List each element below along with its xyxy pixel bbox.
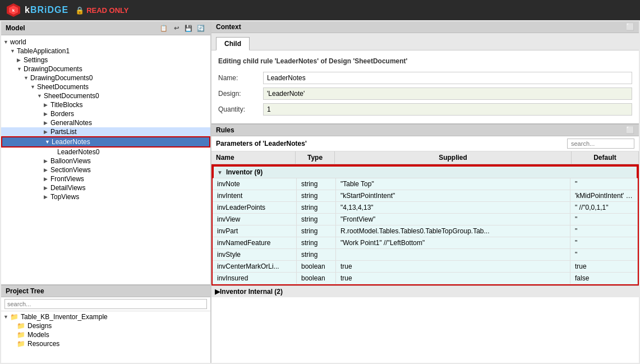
table-row[interactable]: invLeaderPoints string "4,13,4,13" " //"… bbox=[213, 202, 638, 214]
project-tree-models[interactable]: 📁 Models bbox=[1, 330, 210, 339]
right-panel: Context ⬜ Child Editing child rule 'Lead… bbox=[211, 21, 639, 363]
tree-arrow-drawingdocs0: ▼ bbox=[24, 75, 30, 81]
cell-default-invStyle: " bbox=[570, 249, 638, 260]
form-label-quantity: Quantity: bbox=[218, 105, 263, 113]
tab-child[interactable]: Child bbox=[216, 37, 250, 50]
cell-default-invNote: " bbox=[570, 178, 638, 190]
inventor-internal-group-label: Inventor Internal (2) bbox=[220, 288, 283, 296]
project-tree-root-label: Table_KB_Inventor_Example bbox=[21, 313, 108, 321]
project-tree-title: Project Tree bbox=[6, 287, 44, 295]
tree-item-world[interactable]: ▼ world bbox=[1, 38, 210, 47]
project-tree-models-label: Models bbox=[27, 331, 49, 339]
rules-body[interactable]: Parameters of 'LeaderNotes' Name Type Su… bbox=[211, 136, 639, 363]
tree-bullet-sectionviews: ▶ bbox=[44, 167, 50, 173]
cell-name-invLeaderPoints: invLeaderPoints bbox=[213, 202, 297, 213]
cell-name-invNamedFeature: invNamedFeature bbox=[213, 237, 297, 248]
inventor-internal-group-header[interactable]: ▶ Inventor Internal (2) bbox=[211, 285, 639, 297]
tree-item-sectionviews[interactable]: ▶ SectionViews bbox=[1, 165, 210, 174]
tree-item-detailviews[interactable]: ▶ DetailViews bbox=[1, 183, 210, 192]
table-row[interactable]: invNote string "Table Top" " bbox=[213, 178, 638, 190]
table-row[interactable]: invPart string R.rootModel.Tables.Tables… bbox=[213, 225, 638, 237]
tree-item-sheetdocs[interactable]: ▼ SheetDocuments bbox=[1, 82, 210, 91]
project-tree-resources[interactable]: 📁 Resources bbox=[1, 339, 210, 348]
cell-type-invPart: string bbox=[297, 225, 336, 237]
rules-search-input[interactable] bbox=[567, 139, 634, 149]
tree-item-sheetdocs0[interactable]: ▼ SheetDocuments0 bbox=[1, 91, 210, 100]
cell-default-invIntent: 'kMidPointIntent' // ... bbox=[570, 190, 638, 201]
cell-default-invNamedFeature: " bbox=[570, 237, 638, 248]
cell-type-invLeaderPoints: string bbox=[297, 202, 336, 213]
context-form: Editing child rule 'LeaderNotes' of Desi… bbox=[211, 50, 639, 123]
tree-item-balloonviews[interactable]: ▶ BalloonViews bbox=[1, 156, 210, 165]
table-row[interactable]: invInsured boolean true false bbox=[213, 273, 638, 284]
table-row[interactable]: invIntent string "kStartPointIntent" 'kM… bbox=[213, 190, 638, 202]
form-value-design: 'LeaderNote' bbox=[263, 87, 632, 100]
project-tree-panel: Project Tree ▼ 📁 Table_KB_Inventor_Examp… bbox=[1, 284, 210, 363]
tree-item-titleblocks[interactable]: ▶ TitleBlocks bbox=[1, 100, 210, 109]
table-row[interactable]: invStyle string " bbox=[213, 249, 638, 261]
tree-label-leadernotes0: LeaderNotes0 bbox=[57, 148, 99, 156]
model-icon-docs[interactable]: 📋 bbox=[159, 23, 169, 33]
form-row-name: Name: LeaderNotes bbox=[218, 72, 632, 84]
table-row[interactable]: invView string "FrontView" " bbox=[213, 214, 638, 225]
col-header-name: Name bbox=[211, 151, 296, 164]
context-expand-icon[interactable]: ⬜ bbox=[626, 23, 634, 31]
tree-arrow-drawingdocs: ▼ bbox=[17, 66, 24, 72]
project-tree-designs[interactable]: 📁 Designs bbox=[1, 321, 210, 330]
form-label-name: Name: bbox=[218, 74, 263, 82]
logo-icon: k bbox=[6, 2, 21, 18]
project-tree-list[interactable]: ▼ 📁 Table_KB_Inventor_Example 📁 Designs … bbox=[1, 311, 210, 363]
cell-default-invPart: " bbox=[570, 225, 638, 237]
tree-label-borders: Borders bbox=[50, 110, 74, 118]
tree-item-generalnotes[interactable]: ▶ GeneralNotes bbox=[1, 118, 210, 127]
cell-type-invCenterMarkOrLi: boolean bbox=[297, 261, 336, 272]
tree-item-frontviews[interactable]: ▶ FrontViews bbox=[1, 174, 210, 183]
tree-label-balloonviews: BalloonViews bbox=[50, 157, 91, 165]
project-search-input[interactable] bbox=[4, 299, 207, 309]
project-tree-root[interactable]: ▼ 📁 Table_KB_Inventor_Example bbox=[1, 312, 210, 321]
tree-item-partslists[interactable]: ▶ PartsList bbox=[1, 127, 210, 136]
table-row[interactable]: invCenterMarkOrLi... boolean true true bbox=[213, 261, 638, 273]
model-icon-undo[interactable]: ↩ bbox=[171, 23, 181, 33]
tree-label-topviews: TopViews bbox=[50, 193, 79, 201]
tree-item-topviews[interactable]: ▶ TopViews bbox=[1, 192, 210, 201]
tree-bullet-frontviews: ▶ bbox=[44, 176, 50, 182]
inventor-group-label: Inventor (9) bbox=[226, 168, 263, 176]
tree-item-leadernotes[interactable]: ▼ LeaderNotes bbox=[2, 137, 209, 146]
model-panel-icons: 📋 ↩ 💾 🔄 bbox=[159, 23, 206, 33]
col-header-supplied: Supplied bbox=[335, 151, 572, 164]
tree-label-drawingdocs0: DrawingDocuments0 bbox=[30, 74, 93, 82]
form-value-name: LeaderNotes bbox=[263, 72, 632, 84]
header-bar: k kBRiDGE 🔒 READ ONLY bbox=[0, 0, 640, 20]
tree-item-tableapp1[interactable]: ▼ TableApplication1 bbox=[1, 47, 210, 56]
cell-type-invNote: string bbox=[297, 178, 336, 190]
model-icon-save[interactable]: 💾 bbox=[183, 23, 194, 33]
model-tree[interactable]: ▼ world ▼ TableApplication1 ▶ Settings ▼… bbox=[1, 35, 210, 284]
model-icon-refresh[interactable]: 🔄 bbox=[196, 23, 206, 33]
app-name: kBRiDGE bbox=[25, 5, 68, 15]
cell-supplied-invView: "FrontView" bbox=[336, 214, 570, 225]
tree-bullet-detailviews: ▶ bbox=[44, 185, 50, 191]
cell-supplied-invNamedFeature: "Work Point1" //"LeftBottom" bbox=[336, 237, 570, 248]
tree-label-partslists: PartsList bbox=[50, 128, 77, 136]
inventor-group-container: ▼ Inventor (9) invNote string "Table Top… bbox=[211, 164, 639, 285]
lock-icon: 🔒 bbox=[75, 6, 84, 15]
tree-item-settings[interactable]: ▶ Settings bbox=[1, 56, 210, 64]
cell-name-invStyle: invStyle bbox=[213, 249, 297, 260]
inventor-group-header[interactable]: ▼ Inventor (9) bbox=[213, 165, 638, 178]
left-panel: Model 📋 ↩ 💾 🔄 ▼ world ▼ TableApplication… bbox=[1, 21, 211, 363]
rules-expand-icon[interactable]: ⬜ bbox=[626, 126, 634, 134]
cell-name-invIntent: invIntent bbox=[213, 190, 297, 201]
rules-header: Rules ⬜ bbox=[211, 123, 639, 136]
tree-bullet-topviews: ▶ bbox=[44, 194, 50, 200]
tree-item-drawingdocs0[interactable]: ▼ DrawingDocuments0 bbox=[1, 73, 210, 82]
inventor-internal-collapse-icon: ▶ bbox=[215, 288, 220, 296]
cell-name-invView: invView bbox=[213, 214, 297, 225]
form-value-quantity: 1 bbox=[263, 103, 632, 116]
tree-item-drawingdocs[interactable]: ▼ DrawingDocuments bbox=[1, 64, 210, 73]
tree-item-borders[interactable]: ▶ Borders bbox=[1, 109, 210, 118]
cell-name-invPart: invPart bbox=[213, 225, 297, 237]
tree-item-leadernotes0[interactable]: LeaderNotes0 bbox=[1, 148, 210, 156]
rules-title: Rules bbox=[216, 126, 234, 134]
table-row[interactable]: invNamedFeature string "Work Point1" //"… bbox=[213, 237, 638, 249]
